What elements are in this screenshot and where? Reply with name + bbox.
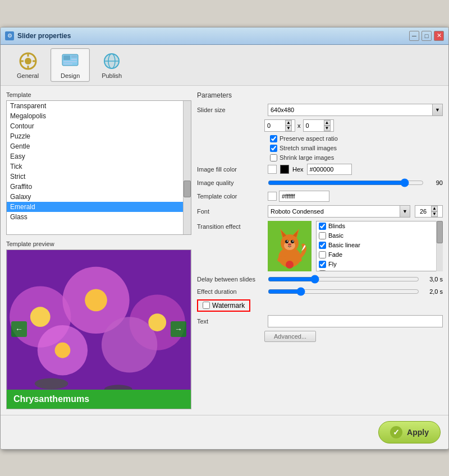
- close-button[interactable]: ✕: [434, 31, 444, 41]
- list-item[interactable]: Strict: [7, 172, 191, 182]
- tab-general[interactable]: General: [7, 48, 48, 82]
- height-input[interactable]: [304, 122, 324, 129]
- list-scrollbar[interactable]: [183, 101, 191, 234]
- apply-label: Apply: [407, 428, 429, 437]
- image-fill-color-hex-input[interactable]: [307, 164, 352, 175]
- left-panel: Template Transparent Megalopolis Contour…: [6, 91, 191, 409]
- effect-duration-value: 2,0 s: [423, 288, 443, 295]
- slider-size-row: Slider size 640x480 ▼: [197, 104, 443, 116]
- svg-rect-7: [63, 56, 70, 60]
- fade-checkbox[interactable]: [319, 251, 326, 258]
- watermark-checkbox[interactable]: [203, 302, 210, 309]
- slide-nav-left[interactable]: ←: [11, 321, 27, 337]
- slider-size-dropdown-arrow[interactable]: ▼: [432, 104, 442, 115]
- height-down-arrow[interactable]: ▼: [324, 126, 331, 131]
- image-quality-row: Image quality 90: [197, 178, 443, 187]
- width-input[interactable]: [265, 122, 285, 129]
- basic-linear-checkbox[interactable]: [319, 242, 326, 249]
- window-title: Slider properties: [17, 32, 71, 40]
- svg-point-38: [287, 241, 288, 242]
- svg-point-36: [285, 240, 288, 243]
- image-quality-value: 90: [427, 179, 443, 186]
- transition-item-basic-linear[interactable]: Basic linear: [317, 241, 442, 250]
- font-size-up-arrow[interactable]: ▲: [431, 206, 438, 211]
- font-dropdown[interactable]: Roboto Condensed ▼: [268, 205, 410, 218]
- image-fill-color-controls: Hex: [268, 164, 352, 175]
- delay-row: Delay between slides 3,0 s: [197, 275, 443, 284]
- transition-item-blinds[interactable]: Blinds: [317, 221, 442, 231]
- toolbar: General Design: [1, 45, 448, 86]
- svg-point-26: [35, 378, 68, 389]
- svg-point-25: [55, 342, 71, 358]
- slider-size-dropdown[interactable]: 640x480 ▼: [268, 104, 443, 116]
- transition-list[interactable]: Blinds Basic Basic linear: [316, 221, 443, 271]
- width-down-arrow[interactable]: ▼: [285, 126, 292, 131]
- right-panel: Parameters Slider size 640x480 ▼ ▲ ▼: [197, 91, 443, 409]
- list-item[interactable]: Galaxy: [7, 192, 191, 202]
- list-item[interactable]: Tick: [7, 161, 191, 172]
- right-arrow-icon: →: [175, 325, 182, 334]
- transition-item-fade[interactable]: Fade: [317, 250, 442, 260]
- left-arrow-icon: ←: [15, 325, 23, 334]
- delay-slider[interactable]: [268, 275, 419, 284]
- image-quality-slider[interactable]: [268, 178, 424, 187]
- tab-publish[interactable]: Publish: [92, 48, 131, 82]
- list-item[interactable]: Contour: [7, 121, 191, 131]
- width-up-arrow[interactable]: ▲: [285, 120, 292, 126]
- flip-checkbox[interactable]: [319, 270, 326, 271]
- stretch-small-images-label: Stretch small images: [280, 145, 337, 151]
- svg-rect-10: [63, 61, 77, 62]
- stretch-small-images-checkbox[interactable]: [270, 145, 277, 152]
- list-item[interactable]: Gentle: [7, 141, 191, 151]
- font-label: Font: [197, 208, 264, 215]
- advanced-button[interactable]: Advanced...: [264, 331, 316, 342]
- transition-item-flip[interactable]: Flip: [317, 269, 442, 271]
- tab-design[interactable]: Design: [51, 48, 90, 82]
- list-item[interactable]: Glass: [7, 212, 191, 222]
- content-area: Template Transparent Megalopolis Contour…: [1, 86, 448, 415]
- image-fill-color-label: Image fill color: [197, 166, 264, 173]
- font-size-input[interactable]: [415, 208, 431, 215]
- effect-duration-slider[interactable]: [268, 287, 419, 296]
- template-color-swatch[interactable]: [268, 192, 277, 201]
- font-size-down-arrow[interactable]: ▼: [431, 211, 438, 217]
- font-value: Roboto Condensed: [268, 208, 400, 215]
- template-color-hex-input[interactable]: [279, 191, 329, 202]
- image-fill-color-transparent-swatch[interactable]: [268, 165, 277, 174]
- basic-checkbox[interactable]: [319, 232, 326, 239]
- template-list[interactable]: Transparent Megalopolis Contour Puzzle G…: [6, 100, 191, 235]
- preserve-aspect-ratio-checkbox[interactable]: [270, 135, 277, 142]
- transition-section: Blinds Basic Basic linear: [268, 221, 443, 271]
- transition-item-basic[interactable]: Basic: [317, 231, 442, 241]
- height-up-arrow[interactable]: ▲: [324, 120, 331, 126]
- publish-icon: [102, 51, 122, 71]
- slide-nav-right[interactable]: →: [171, 321, 186, 337]
- list-item[interactable]: Puzzle: [7, 131, 191, 141]
- font-dropdown-arrow[interactable]: ▼: [400, 206, 410, 217]
- list-item[interactable]: Transparent: [7, 101, 191, 111]
- fly-checkbox[interactable]: [319, 261, 326, 268]
- text-input[interactable]: [268, 315, 443, 327]
- list-item-emerald[interactable]: Emerald: [7, 202, 191, 212]
- stretch-small-images-row: Stretch small images: [270, 145, 443, 152]
- app-icon: ⚙: [5, 31, 14, 40]
- image-fill-color-swatch[interactable]: [280, 165, 289, 174]
- minimize-button[interactable]: ─: [409, 31, 419, 41]
- svg-point-37: [291, 240, 294, 243]
- svg-point-40: [288, 243, 291, 246]
- transition-scrollbar[interactable]: [436, 221, 443, 271]
- blinds-checkbox[interactable]: [319, 223, 326, 230]
- list-item[interactable]: Megalopolis: [7, 111, 191, 121]
- slider-size-label: Slider size: [197, 107, 264, 113]
- apply-button[interactable]: ✓ Apply: [378, 421, 441, 443]
- shrink-large-images-checkbox[interactable]: [270, 154, 277, 161]
- design-tab-label: Design: [61, 72, 80, 79]
- transition-item-fly[interactable]: Fly: [317, 260, 442, 269]
- list-item[interactable]: Easy: [7, 151, 191, 161]
- text-label: Text: [197, 318, 264, 325]
- maximize-button[interactable]: □: [421, 31, 432, 41]
- preview-background: [7, 250, 191, 409]
- template-color-row: Template color: [197, 191, 443, 202]
- svg-point-24: [148, 313, 166, 331]
- list-item[interactable]: Graffito: [7, 182, 191, 192]
